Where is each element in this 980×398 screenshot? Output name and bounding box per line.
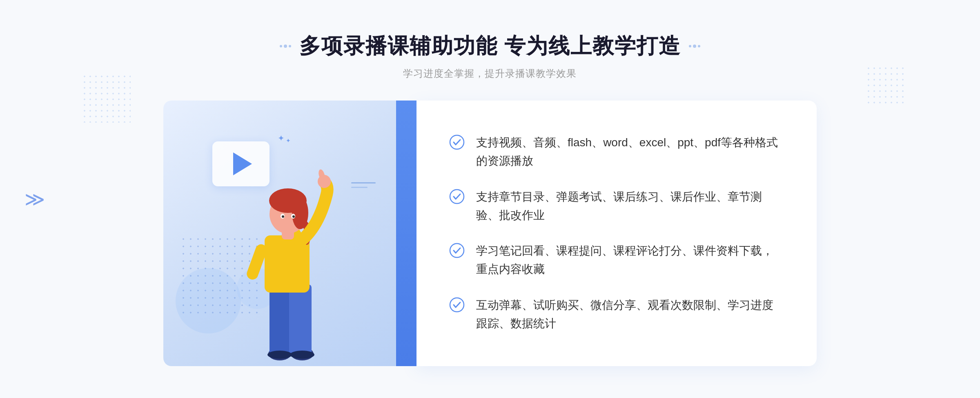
- header-section: 多项录播课辅助功能 专为线上教学打造 学习进度全掌握，提升录播课教学效果: [280, 32, 700, 80]
- feature-item-1: 支持视频、音频、flash、word、excel、ppt、pdf等各种格式的资源…: [449, 125, 784, 179]
- dot-5: [693, 45, 696, 48]
- svg-point-22: [450, 298, 464, 312]
- dot-1: [280, 45, 282, 47]
- blue-bar: [396, 101, 416, 366]
- svg-point-4: [267, 351, 292, 359]
- subtitle: 学习进度全掌握，提升录播课教学效果: [403, 67, 577, 80]
- dot-3: [289, 45, 291, 47]
- check-icon-1: [449, 134, 465, 150]
- left-nav-arrow[interactable]: ≫: [24, 188, 45, 210]
- feature-text-2: 支持章节目录、弹题考试、课后练习、课后作业、章节测验、批改作业: [476, 188, 784, 225]
- page-container: ≫ 多项录播课辅助功能 专为线上教学打造 学习进度全掌握，提升录播课教学效果: [0, 0, 980, 398]
- feature-item-3: 学习笔记回看、课程提问、课程评论打分、课件资料下载，重点内容收藏: [449, 234, 784, 287]
- svg-point-20: [450, 190, 464, 203]
- svg-point-19: [450, 135, 464, 149]
- feature-item-4: 互动弹幕、试听购买、微信分享、观看次数限制、学习进度跟踪、数据统计: [449, 288, 784, 341]
- illustration-area: ✦ ✦: [163, 101, 416, 366]
- svg-point-16: [292, 215, 295, 218]
- dot-6: [698, 45, 700, 47]
- main-title: 多项录播课辅助功能 专为线上教学打造: [299, 32, 681, 60]
- feature-text-3: 学习笔记回看、课程提问、课程评论打分、课件资料下载，重点内容收藏: [476, 242, 784, 279]
- feature-item-2: 支持章节目录、弹题考试、课后练习、课后作业、章节测验、批改作业: [449, 180, 784, 233]
- svg-point-21: [450, 244, 464, 257]
- feature-text-1: 支持视频、音频、flash、word、excel、ppt、pdf等各种格式的资源…: [476, 134, 784, 170]
- decorative-dots-right: [866, 65, 906, 106]
- check-icon-3: [449, 243, 465, 258]
- sparkle-2: ✦: [286, 137, 291, 144]
- check-icon-2: [449, 189, 465, 204]
- title-dots-left: [280, 45, 291, 48]
- title-row: 多项录播课辅助功能 专为线上教学打造: [280, 32, 700, 60]
- main-content: ✦ ✦: [163, 101, 817, 366]
- dot-2: [284, 45, 287, 48]
- person-illustration: [220, 154, 359, 366]
- features-area: 支持视频、音频、flash、word、excel、ppt、pdf等各种格式的资源…: [416, 101, 817, 366]
- dot-4: [689, 45, 691, 47]
- svg-point-15: [282, 215, 284, 218]
- svg-rect-2: [270, 284, 292, 356]
- sparkle-1: ✦: [278, 133, 285, 143]
- decorative-dots-left: [82, 74, 131, 123]
- svg-point-5: [290, 351, 314, 359]
- svg-rect-3: [289, 284, 312, 356]
- feature-text-4: 互动弹幕、试听购买、微信分享、观看次数限制、学习进度跟踪、数据统计: [476, 296, 784, 333]
- title-dots-right: [689, 45, 700, 48]
- check-icon-4: [449, 297, 465, 313]
